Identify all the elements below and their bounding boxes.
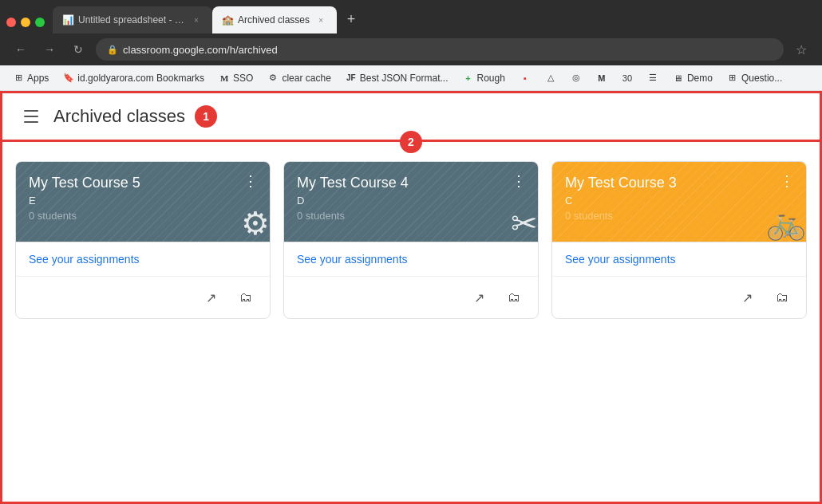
course-card-5: My Test Course 5 E 0 students ⋮ ⚙ See yo… <box>15 161 271 319</box>
card-4-folder-btn[interactable]: 🗂 <box>500 283 528 312</box>
address-text: classroom.google.com/h/archived <box>123 44 278 56</box>
goldyarora-icon: 🔖 <box>63 73 74 84</box>
star-btn[interactable]: ☆ <box>790 38 812 61</box>
bookmark-vpn[interactable]: ◎ <box>564 71 588 85</box>
tab-bar: 📊 Untitled spreadsheet - Google × 🏫 Arch… <box>0 0 822 33</box>
rough-icon: + <box>463 73 474 84</box>
main-content: 2 My Test Course 5 E 0 students ⋮ ⚙ <box>0 142 822 504</box>
bookmark-demo-label: Demo <box>687 73 713 84</box>
tab-spreadsheet[interactable]: 📊 Untitled spreadsheet - Google × <box>53 6 212 33</box>
bookmark-questions[interactable]: ⊞ Questio... <box>721 71 788 85</box>
clear-cache-icon: ⚙ <box>267 73 279 84</box>
hamburger-line-3 <box>24 121 38 123</box>
hamburger-line-1 <box>24 110 38 112</box>
bookmark-bestjson-label: Best JSON Format... <box>360 73 449 84</box>
card-3-image: 🚲 <box>742 178 806 242</box>
tab-archived-close[interactable]: × <box>314 14 327 26</box>
course-card-4: My Test Course 4 D 0 students ⋮ ✂ See yo… <box>283 161 539 319</box>
bookmark-questions-label: Questio... <box>741 73 782 84</box>
bookmark-sso-label: SSO <box>233 73 253 84</box>
apps-icon: ⊞ <box>13 73 24 84</box>
course-card-3: My Test Course 3 C 0 students ⋮ 🚲 See yo… <box>551 161 807 319</box>
window-close-btn[interactable] <box>6 18 16 27</box>
window-minimize-btn[interactable] <box>21 18 30 27</box>
demo-icon: 🖥 <box>673 73 684 84</box>
forward-btn[interactable]: → <box>38 38 61 61</box>
new-tab-btn[interactable]: + <box>340 11 362 33</box>
address-input[interactable]: 🔒 classroom.google.com/h/archived <box>96 38 784 61</box>
card-5-image: ⚙ <box>206 178 270 242</box>
card-4-analytics-btn[interactable]: ↗ <box>464 283 493 312</box>
lock-icon: 🔒 <box>107 45 118 55</box>
bookmark-clear-cache[interactable]: ⚙ clear cache <box>261 71 337 85</box>
bookmark-apps-label: Apps <box>27 73 49 84</box>
browser-window: 📊 Untitled spreadsheet - Google × 🏫 Arch… <box>0 0 822 504</box>
card-4-header: My Test Course 4 D 0 students ⋮ ✂ <box>284 162 538 242</box>
bookmark-sso[interactable]: M SSO <box>212 71 259 85</box>
page-title: Archived classes <box>53 106 185 127</box>
tab-spreadsheet-title: Untitled spreadsheet - Google <box>78 14 185 26</box>
bestjson-icon: JF <box>346 73 357 84</box>
page-content: Archived classes 1 2 My Test Course 5 E … <box>0 91 822 504</box>
card-5-analytics-btn[interactable]: ↗ <box>196 283 225 312</box>
card-4-assignments-link[interactable]: See your assignments <box>297 253 408 266</box>
reload-btn[interactable]: ↻ <box>67 38 89 61</box>
gmail-icon: M <box>596 73 607 84</box>
questions-icon: ⊞ <box>727 73 738 84</box>
annotation-2: 2 <box>400 131 422 153</box>
bookmark-bestjson[interactable]: JF Best JSON Format... <box>339 71 455 85</box>
card-3-body: See your assignments <box>552 242 806 276</box>
hamburger-menu-btn[interactable] <box>15 100 47 132</box>
drive-icon: △ <box>545 73 556 84</box>
hamburger-line-2 <box>24 116 38 117</box>
calendar-icon: 30 <box>622 73 633 84</box>
bookmark-clear-cache-label: clear cache <box>282 73 330 84</box>
card-4-footer: ↗ 🗂 <box>284 276 538 318</box>
card-5-assignments-link[interactable]: See your assignments <box>29 253 140 266</box>
card-3-footer: ↗ 🗂 <box>552 276 806 318</box>
classes-grid: My Test Course 5 E 0 students ⋮ ⚙ See yo… <box>15 161 807 319</box>
annotation-1: 1 <box>195 105 217 128</box>
back-btn[interactable]: ← <box>10 38 32 61</box>
window-maximize-btn[interactable] <box>35 18 45 27</box>
card-4-image: ✂ <box>474 178 538 242</box>
bookmark-goldyarora[interactable]: 🔖 id.goldyarora.com Bookmarks <box>57 71 211 85</box>
bookmark-calendar[interactable]: 30 <box>615 71 639 85</box>
card-3-assignments-link[interactable]: See your assignments <box>565 253 676 266</box>
card-5-footer: ↗ 🗂 <box>16 276 270 318</box>
tab-archived-favicon: 🏫 <box>222 14 233 26</box>
card-5-folder-btn[interactable]: 🗂 <box>231 283 260 312</box>
bookmark-goldyarora-label: id.goldyarora.com Bookmarks <box>77 73 204 84</box>
bookmark-drive[interactable]: △ <box>539 71 563 85</box>
sso-icon: M <box>219 73 230 84</box>
bookmark-demo[interactable]: 🖥 Demo <box>666 71 719 85</box>
bookmark-gmail[interactable]: M <box>590 71 614 85</box>
window-controls <box>6 18 45 33</box>
tab-archived-classes[interactable]: 🏫 Archived classes × <box>212 6 337 33</box>
vpn-icon: ◎ <box>571 73 582 84</box>
address-bar: ← → ↻ 🔒 classroom.google.com/h/archived … <box>0 33 822 65</box>
card-5-header: My Test Course 5 E 0 students ⋮ ⚙ <box>16 162 270 242</box>
bookmark-apps[interactable]: ⊞ Apps <box>6 71 55 85</box>
bookmark-rough-label: Rough <box>477 73 505 84</box>
office-icon: ▪ <box>520 73 531 84</box>
bookmark-office[interactable]: ▪ <box>513 71 537 85</box>
card-3-folder-btn[interactable]: 🗂 <box>768 283 796 312</box>
card-4-body: See your assignments <box>284 242 538 276</box>
tasks-icon: ☰ <box>647 73 658 84</box>
card-3-analytics-btn[interactable]: ↗ <box>733 283 761 312</box>
tab-archived-title: Archived classes <box>238 14 310 26</box>
card-5-body: See your assignments <box>16 242 270 276</box>
browser-chrome: 📊 Untitled spreadsheet - Google × 🏫 Arch… <box>0 0 822 91</box>
tab-spreadsheet-close[interactable]: × <box>190 14 203 26</box>
bookmark-tasks[interactable]: ☰ <box>641 71 665 85</box>
bookmark-rough[interactable]: + Rough <box>456 71 512 85</box>
tab-spreadsheet-favicon: 📊 <box>62 14 73 26</box>
bookmarks-bar: ⊞ Apps 🔖 id.goldyarora.com Bookmarks M S… <box>0 65 822 91</box>
card-3-header: My Test Course 3 C 0 students ⋮ 🚲 <box>552 162 806 242</box>
